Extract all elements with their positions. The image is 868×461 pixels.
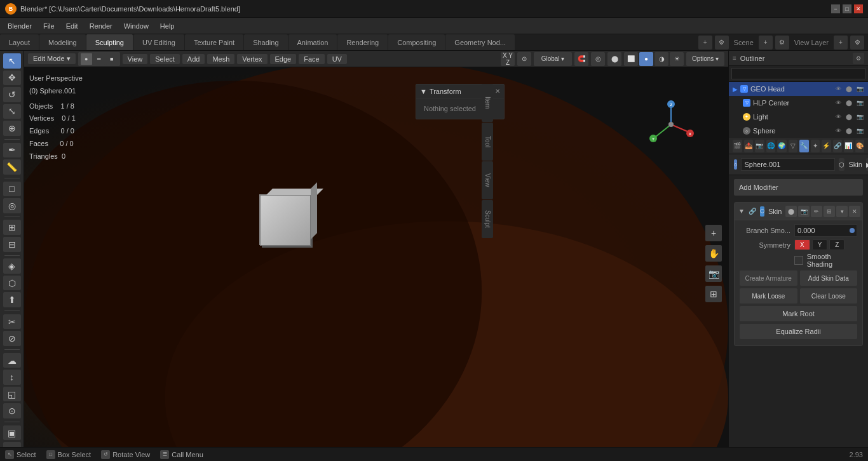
sphere-render-btn[interactable]: 📷	[855, 126, 864, 135]
wireframe-shading-button[interactable]: ⬜	[624, 52, 638, 66]
tab-compositing[interactable]: Compositing	[388, 34, 445, 50]
transform-close-icon[interactable]: ✕	[495, 88, 500, 95]
modifier-render-btn[interactable]: 📷	[798, 206, 810, 217]
loop-cut-button[interactable]: ⊞	[3, 220, 21, 235]
menu-file[interactable]: File	[38, 20, 60, 32]
edit-mode-dropdown[interactable]: Edit Mode ▾	[28, 53, 76, 64]
workspace-settings-button[interactable]: ⚙	[715, 36, 729, 50]
item-tab[interactable]: Item	[482, 84, 493, 122]
props-tab-world[interactable]: 🌍	[777, 140, 787, 152]
outliner-item-geo-head[interactable]: ▶ ▽ GEO Head 👁 ⬤ 📷	[729, 82, 868, 96]
object-name-field[interactable]	[741, 158, 835, 171]
bisect-button[interactable]: ⊘	[3, 331, 21, 346]
props-tab-scene[interactable]: 🌐	[766, 140, 776, 152]
material-shading-button[interactable]: ◑	[654, 52, 668, 66]
grab-tool-button[interactable]: ▣	[3, 425, 21, 441]
modifier-expand-btn[interactable]: ▼	[738, 208, 745, 215]
pan-button[interactable]: ✋	[705, 245, 722, 262]
modifier-realtime-btn[interactable]: ⬤	[785, 206, 797, 217]
outliner-item-light[interactable]: ✦ Light 👁 ⬤ 📷	[739, 110, 868, 124]
symmetry-z-button[interactable]: Z	[829, 239, 844, 250]
gizmo-widget[interactable]: Z Y X	[646, 99, 696, 150]
tab-texture-paint[interactable]: Texture Paint	[185, 34, 243, 50]
hlp-render-btn[interactable]: 📷	[855, 98, 864, 107]
props-tab-modifier[interactable]: 🔧	[799, 140, 809, 152]
props-tab-material[interactable]: 🎨	[855, 140, 865, 152]
mesh-menu-button[interactable]: Mesh	[207, 54, 234, 64]
geo-head-render-btn[interactable]: 📷	[855, 84, 864, 93]
push-pull-button[interactable]: ↕	[3, 370, 21, 385]
clear-loose-button[interactable]: Clear Loose	[800, 288, 858, 304]
menu-blender[interactable]: Blender	[3, 20, 37, 32]
modifier-cage-btn[interactable]: ⊞	[824, 206, 835, 217]
zoom-in-button[interactable]: +	[705, 225, 722, 241]
extrude-button[interactable]: ⬆	[3, 292, 21, 307]
transform-tool-button[interactable]: ⊕	[3, 121, 21, 136]
select-menu-button[interactable]: Select	[150, 54, 180, 64]
tab-layout[interactable]: Layout	[0, 34, 39, 50]
outliner-search-input[interactable]	[731, 68, 865, 79]
overlay-toggle-button[interactable]: ⬤	[607, 52, 621, 66]
shear-button[interactable]: ◱	[3, 387, 21, 402]
vertex-menu-button[interactable]: Vertex	[237, 54, 267, 64]
smooth-button[interactable]: ☁	[3, 353, 21, 368]
bevel-button[interactable]: ⬡	[3, 276, 21, 291]
props-tab-data[interactable]: 📊	[844, 140, 853, 152]
props-tab-constraints[interactable]: 🔗	[833, 140, 843, 152]
props-tab-output[interactable]: 📤	[744, 140, 754, 152]
cursor-tool-button[interactable]: ↖	[3, 53, 21, 69]
geo-head-visibility-btn[interactable]: 👁	[834, 84, 843, 93]
offset-edge-button[interactable]: ⊟	[3, 237, 21, 252]
outliner-filter-button[interactable]: ⚙	[853, 53, 864, 64]
face-select-mode[interactable]: ■	[106, 53, 118, 65]
add-skin-data-button[interactable]: Add Skin Data	[800, 271, 858, 286]
tab-uv-editing[interactable]: UV Editing	[133, 34, 184, 50]
viewport-canvas[interactable]: User Perspective (0) Sphere.001 Objects …	[24, 67, 728, 460]
tool-tab[interactable]: Tool	[482, 123, 493, 161]
grid-view-button[interactable]: ⊞	[705, 286, 722, 302]
props-tab-particles[interactable]: ✦	[811, 140, 820, 152]
tab-shading[interactable]: Shading	[244, 34, 287, 50]
proportional-edit-button[interactable]: ◎	[591, 52, 605, 66]
circle-select-button[interactable]: ◎	[3, 198, 21, 213]
edge-menu-button[interactable]: Edge	[270, 54, 297, 64]
camera-button[interactable]: 📷	[705, 265, 722, 282]
outliner-item-hlp-center[interactable]: ▽ HLP Center 👁 ⬤ 📷	[739, 96, 868, 110]
view-tab[interactable]: View	[482, 161, 493, 199]
rendered-shading-button[interactable]: ☀	[670, 52, 684, 66]
light-vis-btn[interactable]: 👁	[834, 112, 843, 121]
modifier-close-btn[interactable]: ✕	[849, 206, 860, 217]
view-layer-settings-button[interactable]: ⚙	[850, 36, 864, 50]
uv-menu-button[interactable]: UV	[327, 54, 347, 64]
tab-modeling[interactable]: Modeling	[39, 34, 86, 50]
scene-add-button[interactable]: +	[759, 36, 773, 50]
menu-render[interactable]: Render	[85, 20, 118, 32]
annotate-button[interactable]: ✒	[3, 143, 21, 158]
scene-settings-button[interactable]: ⚙	[775, 36, 789, 50]
hlp-vis-btn[interactable]: 👁	[834, 98, 843, 107]
modifier-dropdown-btn[interactable]: ▾	[836, 206, 848, 217]
inset-button[interactable]: ◈	[3, 258, 21, 274]
view-menu-button[interactable]: View	[123, 54, 148, 64]
tab-sculpting[interactable]: Sculpting	[86, 34, 133, 50]
gizmo-toggle-button[interactable]: X Y Z	[501, 52, 515, 66]
geo-head-viewport-btn[interactable]: ⬤	[844, 84, 853, 93]
knife-button[interactable]: ✂	[3, 314, 21, 330]
menu-window[interactable]: Window	[119, 20, 154, 32]
hlp-viewport-btn[interactable]: ⬤	[844, 98, 853, 107]
smooth-shading-checkbox[interactable]	[794, 256, 803, 265]
edge-select-mode[interactable]: ━	[93, 53, 105, 65]
sphere-project-button[interactable]: ⊙	[3, 403, 21, 418]
props-tab-view-layer[interactable]: 📷	[755, 140, 764, 152]
maximize-button[interactable]: □	[843, 4, 851, 13]
options-button[interactable]: Options ▾	[686, 52, 724, 66]
minimize-button[interactable]: −	[831, 4, 840, 13]
vertex-select-mode[interactable]: ●	[81, 53, 92, 65]
add-modifier-button[interactable]: Add Modifier	[734, 179, 863, 196]
create-armature-button[interactable]: Create Armature	[740, 271, 797, 286]
blender-logo-icon[interactable]: B	[5, 3, 17, 15]
props-tab-physics[interactable]: ⚡	[822, 140, 831, 152]
close-button[interactable]: ✕	[854, 4, 863, 13]
transform-pivot-button[interactable]: ⊙	[517, 52, 531, 66]
snap-button[interactable]: 🧲	[574, 52, 588, 66]
